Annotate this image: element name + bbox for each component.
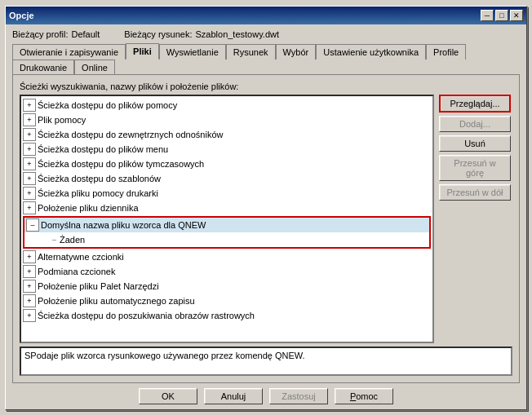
list-item[interactable]: + Plik pomocy	[21, 113, 432, 127]
status-text: SPodaje plik wzorca rysunkowego używaneg…	[24, 351, 305, 360]
item-label: Podmiana czcionek	[38, 265, 115, 278]
list-item[interactable]: + Ścieżka dostępu do poszukiwania obrazó…	[21, 308, 432, 323]
main-window: Opcje ─ □ ✕ Bieżący profil: Default Bież…	[5, 6, 527, 410]
profile-label: Bieżący profil:	[12, 29, 68, 39]
window-title: Opcje	[9, 11, 34, 20]
item-label: Ścieżka dostępu do plików pomocy	[38, 99, 177, 112]
item-label: Ścieżka dostępu do zewnętrznych odnośnik…	[38, 128, 223, 141]
item-label: Położenie pliku Palet Narzędzi	[38, 280, 159, 293]
profile-row: Bieżący profil: Default Bieżący rysunek:…	[12, 29, 520, 39]
item-label: Położenie pliku dziennika	[38, 201, 139, 214]
title-bar: Opcje ─ □ ✕	[6, 7, 526, 24]
expand-icon[interactable]: +	[23, 128, 36, 141]
close-button[interactable]: ✕	[510, 10, 523, 21]
list-item[interactable]: – Żaden	[24, 232, 429, 247]
remove-button[interactable]: Usuń	[439, 135, 511, 152]
drawing-value: Szablon_testowy.dwt	[196, 29, 280, 39]
profile-value: Default	[71, 29, 100, 39]
window-content: Bieżący profil: Default Bieżący rysunek:…	[6, 24, 526, 409]
move-up-button[interactable]: Przesuń w górę	[439, 155, 511, 181]
expand-icon[interactable]: +	[23, 309, 36, 322]
item-label: Alternatywne czcionki	[38, 250, 124, 263]
list-item[interactable]: + Ścieżka dostępu do plików tymczasowych	[21, 157, 432, 171]
tab-ustawienie[interactable]: Ustawienie użytkownika	[316, 44, 426, 60]
list-item[interactable]: – Domyślna nazwa pliku wzorca dla QNEW	[24, 218, 429, 232]
expand-icon[interactable]: +	[23, 250, 36, 263]
expand-icon[interactable]: +	[23, 201, 36, 214]
item-label: Ścieżka dostępu do plików tymczasowych	[38, 157, 204, 170]
move-down-button[interactable]: Przesuń w dół	[439, 184, 511, 201]
ok-button[interactable]: OK	[139, 388, 197, 404]
list-item[interactable]: + Ścieżka dostępu do plików menu	[21, 142, 432, 157]
list-item[interactable]: + Położenie pliku dziennika	[21, 201, 432, 215]
item-label: Ścieżka dostępu do poszukiwania obrazów …	[38, 309, 255, 322]
expand-icon[interactable]: +	[23, 99, 36, 112]
tab-otwieranie[interactable]: Otwieranie i zapisywanie	[12, 44, 126, 60]
list-item[interactable]: + Ścieżka dostępu do szablonów	[21, 171, 432, 186]
panel-body: + Ścieżka dostępu do plików pomocy + Pli…	[20, 95, 512, 343]
tab-rysunek[interactable]: Rysunek	[226, 44, 276, 60]
expand-icon[interactable]: +	[23, 143, 36, 156]
list-item[interactable]: + Ścieżka pliku pomocy drukarki	[21, 186, 432, 201]
tab-pliki[interactable]: Pliki	[126, 43, 159, 60]
list-item[interactable]: + Ścieżka dostępu do zewnętrznych odnośn…	[21, 127, 432, 142]
tabs-bar: Otwieranie i zapisywanie Pliki Wyswietla…	[12, 42, 520, 74]
expand-icon[interactable]: +	[23, 113, 36, 126]
maximize-button[interactable]: □	[495, 10, 508, 21]
item-label: Plik pomocy	[38, 113, 86, 126]
bottom-buttons: OK Anuluj Zastosuj Pomoc	[12, 388, 520, 404]
status-bar: SPodaje plik wzorca rysunkowego używaneg…	[20, 347, 512, 376]
list-item[interactable]: + Alternatywne czcionki	[21, 249, 432, 264]
highlight-section: – Domyślna nazwa pliku wzorca dla QNEW –…	[23, 216, 431, 249]
tree-scroll: + Ścieżka dostępu do plików pomocy + Pli…	[21, 96, 432, 324]
tree-area[interactable]: + Ścieżka dostępu do plików pomocy + Pli…	[20, 95, 434, 343]
expand-icon[interactable]: +	[23, 280, 36, 293]
item-label: Domyślna nazwa pliku wzorca dla QNEW	[41, 219, 206, 232]
minimize-button[interactable]: ─	[481, 10, 494, 21]
tab-online[interactable]: Online	[74, 60, 115, 75]
item-label: Ścieżka dostępu do plików menu	[38, 143, 168, 156]
list-item[interactable]: + Położenie pliku Palet Narzędzi	[21, 279, 432, 294]
expand-icon[interactable]: –	[26, 219, 39, 232]
files-panel: Ścieżki wyszukiwania, nazwy plików i poł…	[12, 74, 520, 383]
apply-button[interactable]: Zastosuj	[269, 388, 328, 404]
expand-icon[interactable]: +	[23, 187, 36, 200]
title-bar-buttons: ─ □ ✕	[481, 10, 523, 21]
tab-wybor[interactable]: Wybór	[276, 44, 317, 60]
item-label: Położenie pliku automatycznego zapisu	[38, 294, 195, 307]
drawing-label: Bieżący rysunek:	[124, 29, 192, 39]
list-item[interactable]: + Podmiana czcionek	[21, 264, 432, 279]
expand-icon[interactable]: +	[23, 157, 36, 170]
cancel-button[interactable]: Anuluj	[204, 388, 263, 404]
tab-wyswietlanie[interactable]: Wyswietlanie	[159, 44, 226, 60]
panel-label: Ścieżki wyszukiwania, nazwy plików i poł…	[20, 82, 512, 91]
expand-icon[interactable]: +	[23, 265, 36, 278]
item-label: Ścieżka pliku pomocy drukarki	[38, 187, 158, 200]
item-label: Żaden	[60, 233, 85, 246]
expand-icon[interactable]: +	[23, 172, 36, 185]
add-button[interactable]: Dodaj...	[439, 116, 511, 132]
help-button[interactable]: Pomoc	[335, 388, 393, 404]
list-item[interactable]: + Położenie pliku automatycznego zapisu	[21, 294, 432, 308]
side-buttons: Przeglądaj... Dodaj... Usuń Przesuń w gó…	[439, 95, 512, 343]
item-label: Ścieżka dostępu do szablonów	[38, 172, 161, 185]
leaf-dash-icon: –	[52, 233, 56, 246]
tab-drukowanie[interactable]: Drukowanie	[12, 60, 74, 75]
tab-profile[interactable]: Profile	[426, 44, 466, 60]
list-item[interactable]: + Ścieżka dostępu do plików pomocy	[21, 98, 432, 113]
expand-icon[interactable]: +	[23, 294, 36, 307]
browse-button[interactable]: Przeglądaj...	[439, 95, 511, 113]
